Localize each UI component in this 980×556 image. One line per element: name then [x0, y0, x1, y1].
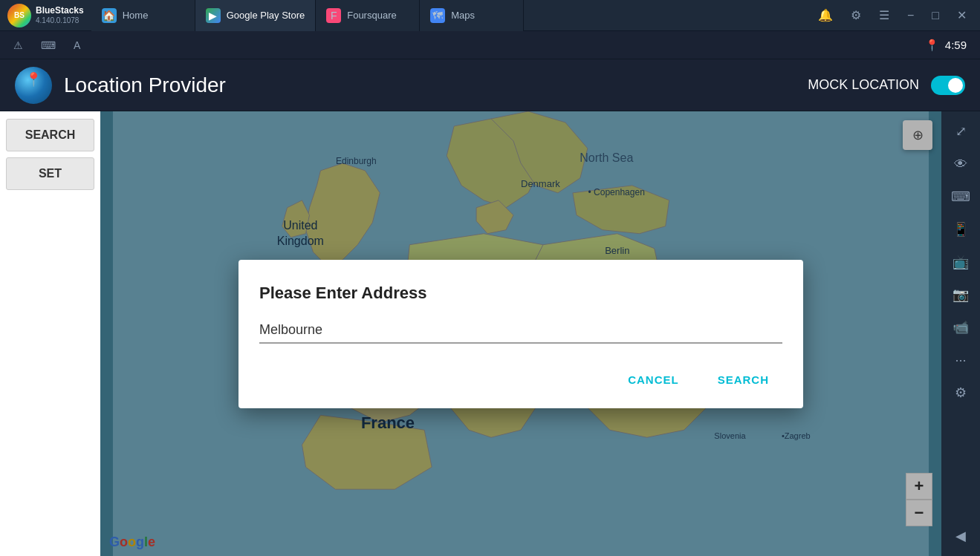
maximize-button[interactable]: □ [927, 7, 944, 24]
eye-icon[interactable]: 👁 [947, 150, 975, 178]
dialog-title: Please Enter Address [259, 284, 782, 303]
tab-foursquare-label: Foursquare [347, 10, 396, 21]
text-icon[interactable]: A [68, 36, 86, 54]
tab-home-label: Home [123, 10, 149, 21]
cast-icon[interactable]: 📺 [947, 248, 975, 276]
more-icon[interactable]: ··· [947, 346, 975, 374]
left-sidebar: SEARCH SET [0, 111, 100, 556]
back-icon[interactable]: ◀ [947, 522, 975, 550]
bell-icon[interactable]: 🔔 [814, 7, 837, 24]
location-icon: 📍 [925, 39, 939, 52]
set-button[interactable]: SET [6, 157, 94, 190]
keyboard-icon[interactable]: ⌨ [35, 36, 62, 54]
app-version: 4.140.0.1078 [36, 16, 84, 25]
tab-google-play[interactable]: ▶ Google Play Store [195, 0, 317, 31]
expand-icon[interactable]: ⤢ [947, 117, 975, 145]
dialog-actions: CANCEL SEARCH [259, 366, 782, 393]
tab-maps-label: Maps [451, 10, 475, 21]
warning-icon[interactable]: ⚠ [7, 36, 29, 54]
toolbar-time: 4:59 [945, 39, 967, 51]
phone-icon[interactable]: 📱 [947, 215, 975, 243]
mock-location-toggle[interactable] [931, 76, 965, 95]
cancel-button[interactable]: CANCEL [614, 366, 692, 393]
minimize-button[interactable]: − [903, 7, 918, 24]
search-button[interactable]: SEARCH [6, 119, 94, 151]
titlebar: BS BlueStacks 4.140.0.1078 🏠 Home ▶ Goog… [0, 0, 980, 31]
app-globe-icon: 📍 [15, 67, 52, 104]
toggle-knob [948, 78, 963, 93]
close-button[interactable]: ✕ [953, 7, 971, 24]
settings-icon[interactable]: ⚙ [846, 7, 866, 24]
map-area[interactable]: North Sea Edinburgh UnitedKingdom Denmar… [100, 111, 941, 556]
dialog-overlay: Please Enter Address CANCEL SEARCH [100, 111, 941, 556]
tab-foursquare[interactable]: F Foursquare [316, 0, 420, 31]
main-content: SEARCH SET [0, 111, 980, 556]
window-controls: 🔔 ⚙ ☰ − □ ✕ [805, 7, 980, 24]
home-tab-icon: 🏠 [102, 8, 117, 23]
camera-icon[interactable]: 📷 [947, 281, 975, 309]
tab-bar: 🏠 Home ▶ Google Play Store F Foursquare … [91, 0, 805, 31]
address-input[interactable] [259, 318, 782, 344]
keyboard-right-icon[interactable]: ⌨ [947, 183, 975, 211]
right-panel: ⤢ 👁 ⌨ 📱 📺 📷 📹 ··· ⚙ ◀ [941, 111, 980, 556]
bluestacks-logo: BS BlueStacks 4.140.0.1078 [0, 4, 91, 27]
video-icon[interactable]: 📹 [947, 313, 975, 341]
app-header: 📍 Location Provider MOCK LOCATION [0, 59, 980, 111]
toolbar: ⚠ ⌨ A 📍 4:59 [0, 31, 980, 59]
app-name: BlueStacks [36, 5, 84, 16]
tab-home[interactable]: 🏠 Home [91, 0, 195, 31]
tab-maps[interactable]: 🗺 Maps [420, 0, 524, 31]
logo-icon: BS [7, 4, 31, 27]
address-dialog: Please Enter Address CANCEL SEARCH [238, 260, 803, 408]
settings-right-icon[interactable]: ⚙ [947, 379, 975, 407]
mock-location-label: MOCK LOCATION [808, 77, 919, 93]
foursquare-tab-icon: F [326, 8, 341, 23]
play-tab-icon: ▶ [206, 8, 221, 23]
location-pin-icon: 📍 [25, 71, 42, 88]
menu-icon[interactable]: ☰ [874, 7, 894, 24]
app-title: Location Provider [64, 73, 226, 97]
tab-play-label: Google Play Store [227, 10, 305, 21]
search-dialog-button[interactable]: SEARCH [704, 366, 782, 393]
maps-tab-icon: 🗺 [430, 8, 445, 23]
